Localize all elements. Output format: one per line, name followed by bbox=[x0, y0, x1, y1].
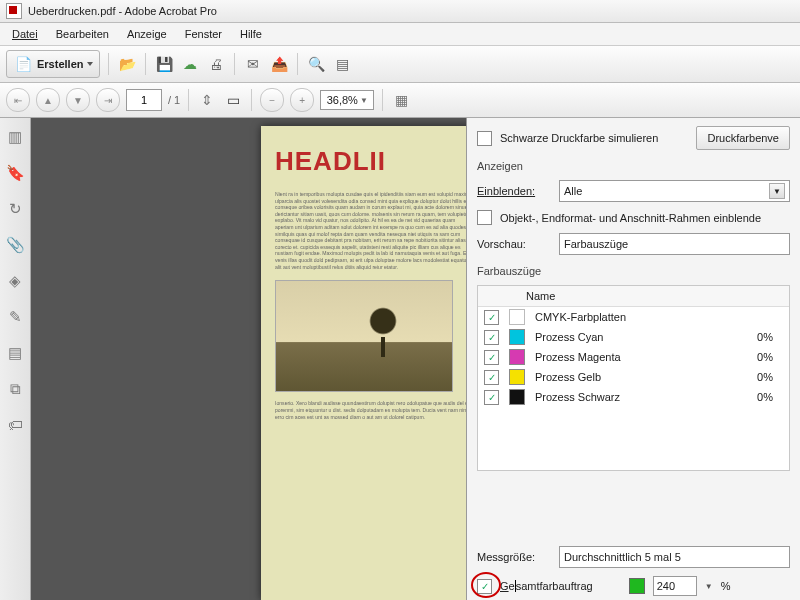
create-label: Erstellen bbox=[37, 58, 83, 70]
last-page-button[interactable]: ⇥ bbox=[96, 88, 120, 112]
mail-icon[interactable]: ✉ bbox=[243, 54, 263, 74]
show-frames-checkbox[interactable] bbox=[477, 210, 492, 225]
search-icon[interactable]: 🔍 bbox=[306, 54, 326, 74]
print-colors-button[interactable]: Druckfarbenve bbox=[696, 126, 790, 150]
separation-row[interactable]: ✓Prozess Magenta0% bbox=[478, 347, 789, 367]
navigation-pane: ▥ 🔖 ↻ 📎 ◈ ✎ ▤ ⧉ 🏷 bbox=[0, 118, 31, 600]
percent-sign: % bbox=[721, 580, 731, 592]
show-frames-label: Objekt-, Endformat- und Anschnitt-Rahmen… bbox=[500, 212, 761, 224]
simulate-black-checkbox[interactable] bbox=[477, 131, 492, 146]
vorschau-select[interactable]: Farbauszüge bbox=[559, 233, 790, 255]
tags-icon[interactable]: 🏷 bbox=[6, 416, 24, 434]
separation-pct: 0% bbox=[757, 391, 783, 403]
swatch-icon bbox=[509, 349, 525, 365]
export-icon[interactable]: 📤 bbox=[269, 54, 289, 74]
swatch-icon bbox=[509, 309, 525, 325]
simulate-black-label: Schwarze Druckfarbe simulieren bbox=[500, 132, 658, 144]
separation-row[interactable]: ✓Prozess Cyan0% bbox=[478, 327, 789, 347]
page-down-button[interactable]: ▼ bbox=[66, 88, 90, 112]
cloud-icon[interactable]: ☁ bbox=[180, 54, 200, 74]
print-icon[interactable]: 🖨 bbox=[206, 54, 226, 74]
total-coverage-label: Gesamtfarbauftrag bbox=[500, 580, 593, 592]
open-folder-icon[interactable]: 📂 bbox=[117, 54, 137, 74]
document-view[interactable]: HEADLII Nient ra in temporibus molupta c… bbox=[31, 118, 466, 600]
anzeigen-group-label: Anzeigen bbox=[477, 158, 790, 172]
chevron-down-icon bbox=[87, 62, 93, 66]
separator bbox=[234, 53, 235, 75]
layers-icon[interactable]: ◈ bbox=[6, 272, 24, 290]
document-page: HEADLII Nient ra in temporibus molupta c… bbox=[261, 126, 466, 600]
first-page-button[interactable]: ⇤ bbox=[6, 88, 30, 112]
document-options-icon[interactable]: ▤ bbox=[332, 54, 352, 74]
menu-bar: Datei Bearbeiten Anzeige Fenster Hilfe bbox=[0, 23, 800, 46]
page-headline: HEADLII bbox=[275, 146, 466, 177]
window-title: Ueberdrucken.pdf - Adobe Acrobat Pro bbox=[28, 5, 217, 17]
separation-name: CMYK-Farbplatten bbox=[535, 311, 626, 323]
separations-header: Name bbox=[478, 286, 789, 307]
menu-window[interactable]: Fenster bbox=[177, 26, 230, 42]
separation-pct: 0% bbox=[757, 371, 783, 383]
page-body-text: Nient ra in temporibus molupta cusdae qu… bbox=[275, 191, 466, 270]
separation-checkbox[interactable]: ✓ bbox=[484, 350, 499, 365]
swatch-icon bbox=[509, 369, 525, 385]
messgroesse-label: Messgröße: bbox=[477, 551, 551, 563]
separator bbox=[251, 89, 252, 111]
save-icon[interactable]: 💾 bbox=[154, 54, 174, 74]
page-caption: Ionserio. Xero blandi audisse quundaesti… bbox=[275, 400, 466, 420]
menu-help[interactable]: Hilfe bbox=[232, 26, 270, 42]
create-button[interactable]: 📄 Erstellen bbox=[6, 50, 100, 78]
signatures-icon[interactable]: ✎ bbox=[6, 308, 24, 326]
separation-pct: 0% bbox=[757, 351, 783, 363]
column-name-header: Name bbox=[526, 290, 555, 302]
zoom-in-button[interactable]: + bbox=[290, 88, 314, 112]
bookmarks-icon[interactable]: 🔖 bbox=[6, 164, 24, 182]
vorschau-label: Vorschau: bbox=[477, 238, 551, 250]
einblenden-select[interactable]: Alle▼ bbox=[559, 180, 790, 202]
separation-checkbox[interactable]: ✓ bbox=[484, 390, 499, 405]
pan-tool-icon[interactable]: ⇕ bbox=[197, 90, 217, 110]
window-layout-icon[interactable]: ▦ bbox=[391, 90, 411, 110]
separation-name: Prozess Cyan bbox=[535, 331, 603, 343]
primary-toolbar: 📄 Erstellen 📂 💾 ☁ 🖨 ✉ 📤 🔍 ▤ bbox=[0, 46, 800, 83]
separator bbox=[108, 53, 109, 75]
rotate-icon[interactable]: ↻ bbox=[6, 200, 24, 218]
page-up-button[interactable]: ▲ bbox=[36, 88, 60, 112]
navigation-toolbar: ⇤ ▲ ▼ ⇥ / 1 ⇕ ▭ − + 36,8%▼ ▦ bbox=[0, 83, 800, 118]
menu-edit[interactable]: Bearbeiten bbox=[48, 26, 117, 42]
chevron-down-icon: ▼ bbox=[769, 183, 785, 199]
separation-checkbox[interactable]: ✓ bbox=[484, 310, 499, 325]
attachments-icon[interactable]: 📎 bbox=[6, 236, 24, 254]
coverage-value-input[interactable]: 240 bbox=[653, 576, 697, 596]
coverage-color-swatch[interactable] bbox=[629, 578, 645, 594]
page-image bbox=[275, 280, 453, 392]
separations-list: Name ✓CMYK-Farbplatten ✓Prozess Cyan0% ✓… bbox=[477, 285, 790, 471]
separation-row[interactable]: ✓CMYK-Farbplatten bbox=[478, 307, 789, 327]
annotation-circle bbox=[471, 572, 501, 598]
messgroesse-select[interactable]: Durchschnittlich 5 mal 5 bbox=[559, 546, 790, 568]
separation-pct: 0% bbox=[757, 331, 783, 343]
create-icon: 📄 bbox=[13, 54, 33, 74]
chevron-down-icon[interactable]: ▼ bbox=[705, 582, 713, 591]
page-number-input[interactable] bbox=[126, 89, 162, 111]
separator bbox=[188, 89, 189, 111]
thumbnails-icon[interactable]: ▥ bbox=[6, 128, 24, 146]
select-tool-icon[interactable]: ▭ bbox=[223, 90, 243, 110]
zoom-level-select[interactable]: 36,8%▼ bbox=[320, 90, 374, 110]
separator bbox=[145, 53, 146, 75]
menu-view[interactable]: Anzeige bbox=[119, 26, 175, 42]
zoom-out-button[interactable]: − bbox=[260, 88, 284, 112]
swatch-icon bbox=[509, 389, 525, 405]
separation-row[interactable]: ✓Prozess Gelb0% bbox=[478, 367, 789, 387]
separation-name: Prozess Schwarz bbox=[535, 391, 620, 403]
separation-name: Prozess Gelb bbox=[535, 371, 601, 383]
separation-checkbox[interactable]: ✓ bbox=[484, 330, 499, 345]
titlebar: Ueberdrucken.pdf - Adobe Acrobat Pro bbox=[0, 0, 800, 23]
separator bbox=[382, 89, 383, 111]
menu-file[interactable]: Datei bbox=[4, 26, 46, 42]
separations-group-label: Farbauszüge bbox=[477, 263, 790, 277]
separation-checkbox[interactable]: ✓ bbox=[484, 370, 499, 385]
separation-row[interactable]: ✓Prozess Schwarz0% bbox=[478, 387, 789, 407]
order-icon[interactable]: ⧉ bbox=[6, 380, 24, 398]
output-icon[interactable]: ▤ bbox=[6, 344, 24, 362]
separation-name: Prozess Magenta bbox=[535, 351, 621, 363]
